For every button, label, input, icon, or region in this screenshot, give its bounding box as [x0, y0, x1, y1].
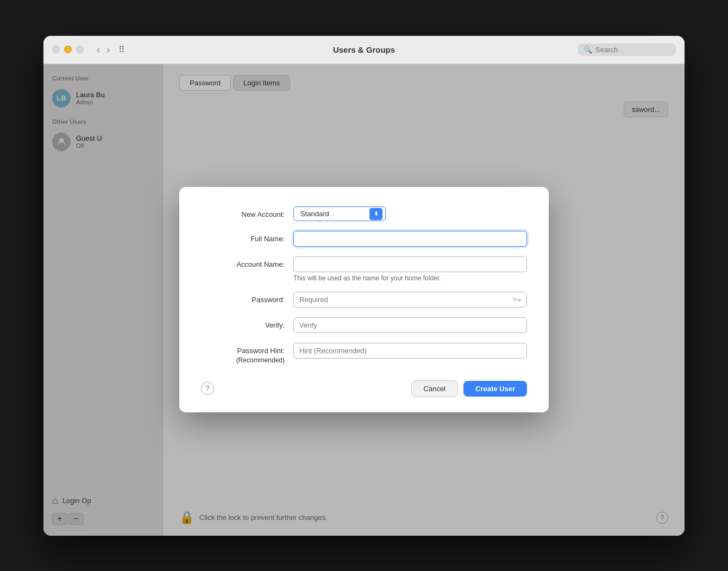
create-user-button[interactable]: Create User	[463, 381, 527, 397]
modal-overlay: New Account: Administrator Standard Mana…	[43, 64, 685, 536]
modal-footer: ? Cancel Create User	[201, 380, 527, 397]
main-content: Current User LB Laura Bu Admin Other Use…	[43, 64, 685, 536]
search-icon: 🔍	[583, 46, 592, 54]
password-input[interactable]	[293, 292, 527, 308]
grid-icon[interactable]: ⠿	[118, 45, 125, 55]
traffic-lights	[52, 46, 84, 53]
full-name-input[interactable]	[293, 231, 527, 247]
main-window: ‹ › ⠿ Users & Groups 🔍 Current User LB L…	[43, 36, 685, 536]
form-row-password: Password: 🗝	[201, 292, 527, 308]
nav-arrows: ‹ ›	[95, 43, 112, 55]
form-row-verify: Verify:	[201, 317, 527, 333]
account-type-field: Administrator Standard Managed with Pare…	[293, 206, 527, 221]
full-name-field	[293, 231, 527, 247]
forward-button[interactable]: ›	[104, 43, 112, 55]
create-user-modal: New Account: Administrator Standard Mana…	[179, 187, 549, 412]
close-button[interactable]	[52, 46, 60, 53]
account-name-field: This will be used as the name for your h…	[293, 256, 527, 282]
full-name-label: Full Name:	[201, 231, 293, 243]
key-icon[interactable]: 🗝	[513, 295, 522, 305]
verify-input[interactable]	[293, 317, 527, 333]
account-type-select-wrapper: Administrator Standard Managed with Pare…	[293, 206, 386, 221]
form-row-account-type: New Account: Administrator Standard Mana…	[201, 206, 527, 221]
back-button[interactable]: ‹	[95, 43, 102, 55]
form-row-full-name: Full Name:	[201, 231, 527, 247]
form-row-password-hint: Password Hint: (Recommended)	[201, 343, 527, 365]
account-name-label: Account Name:	[201, 256, 293, 268]
account-type-label: New Account:	[201, 206, 293, 218]
password-hint-input[interactable]	[293, 343, 527, 359]
password-hint-field	[293, 343, 527, 359]
maximize-button[interactable]	[76, 46, 84, 53]
search-input[interactable]	[595, 46, 666, 54]
account-name-input[interactable]	[293, 256, 527, 272]
password-hint-label-main: Password Hint:	[237, 347, 285, 355]
minimize-button[interactable]	[64, 46, 72, 53]
verify-label: Verify:	[201, 317, 293, 329]
window-title: Users & Groups	[333, 45, 395, 54]
verify-field	[293, 317, 527, 333]
search-bar[interactable]: 🔍	[578, 43, 676, 56]
help-button[interactable]: ?	[201, 382, 214, 395]
account-name-hint: This will be used as the name for your h…	[293, 274, 527, 282]
password-label: Password:	[201, 292, 293, 304]
password-field: 🗝	[293, 292, 527, 308]
titlebar: ‹ › ⠿ Users & Groups 🔍	[43, 36, 685, 64]
cancel-button[interactable]: Cancel	[411, 380, 458, 397]
password-hint-label: Password Hint: (Recommended)	[201, 343, 293, 365]
password-hint-label-sub: (Recommended)	[236, 356, 285, 364]
password-wrapper: 🗝	[293, 292, 527, 308]
account-type-select[interactable]: Administrator Standard Managed with Pare…	[293, 206, 386, 221]
form-row-account-name: Account Name: This will be used as the n…	[201, 256, 527, 282]
